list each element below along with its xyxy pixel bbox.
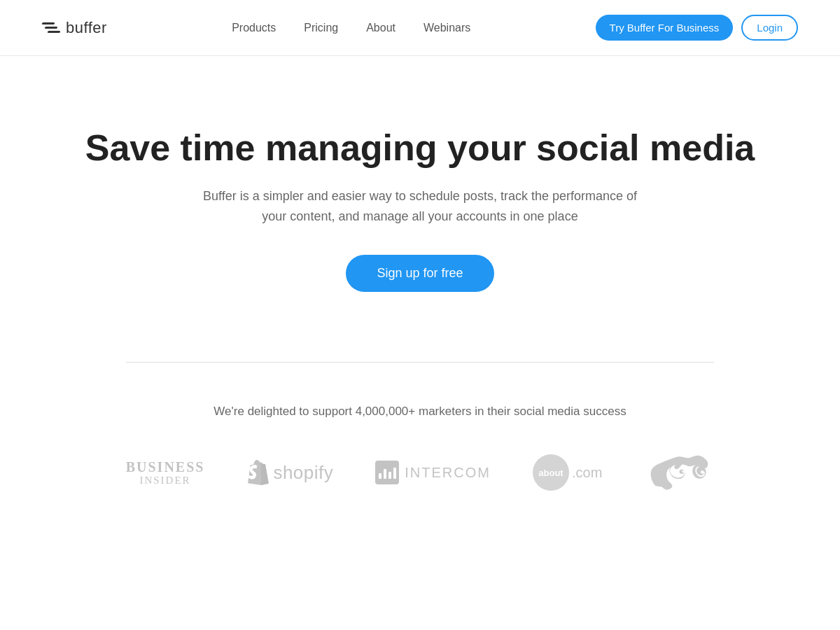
nav-about[interactable]: About	[366, 22, 396, 34]
about-com-logo: about .com	[533, 454, 602, 491]
logo-text: buffer	[66, 19, 107, 37]
hero-title: Save time managing your social media	[42, 126, 798, 169]
nav-pricing[interactable]: Pricing	[304, 22, 338, 34]
social-proof-text: We're delighted to support 4,000,000+ ma…	[42, 405, 798, 419]
denver-broncos-logo	[644, 454, 714, 492]
header: buffer Products Pricing About Webinars T…	[0, 0, 840, 56]
nav-products[interactable]: Products	[232, 22, 276, 34]
main-nav: Products Pricing About Webinars	[232, 22, 470, 34]
hero-subtitle: Buffer is a simpler and easier way to sc…	[203, 186, 637, 227]
try-buffer-button[interactable]: Try Buffer For Business	[596, 15, 734, 41]
section-divider	[126, 362, 714, 363]
header-actions: Try Buffer For Business Login	[596, 15, 798, 41]
svg-point-0	[683, 461, 687, 465]
buffer-icon	[42, 22, 60, 33]
social-proof-section: We're delighted to support 4,000,000+ ma…	[0, 377, 840, 534]
intercom-logo: INTERCOM	[375, 461, 491, 484]
signup-button[interactable]: Sign up for free	[346, 255, 493, 292]
partner-logos: BUSINESS INSIDER shopify	[42, 454, 798, 492]
shopify-logo: shopify	[246, 460, 333, 485]
logo[interactable]: buffer	[42, 19, 107, 37]
business-insider-logo: BUSINESS INSIDER	[126, 459, 205, 486]
login-button[interactable]: Login	[741, 15, 798, 41]
hero-section: Save time managing your social media Buf…	[0, 56, 840, 348]
nav-webinars[interactable]: Webinars	[424, 22, 470, 34]
